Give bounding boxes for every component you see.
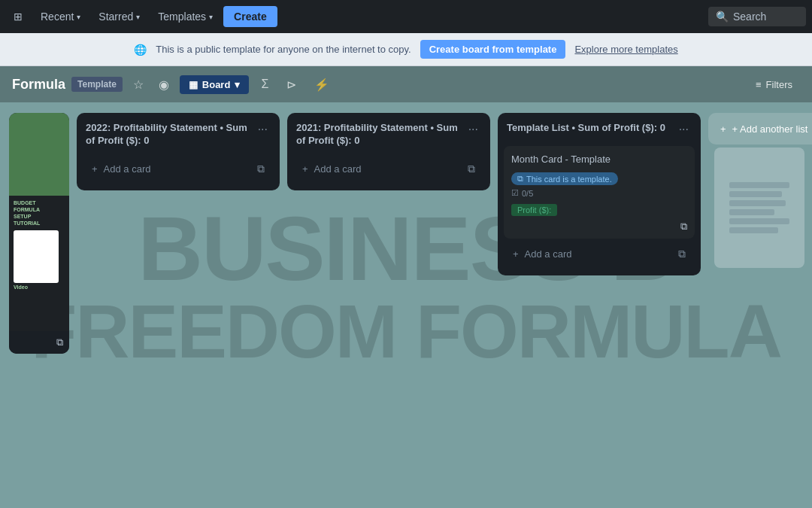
nav-home[interactable]: ⊞ [6,6,30,27]
plus-icon-3: + [513,248,519,260]
add-card-button-3[interactable]: + Add a card ⧉ [504,242,695,266]
templates-label: Templates [158,11,206,23]
add-card-button-2[interactable]: + Add a card ⧉ [293,157,484,181]
card-copy-icon[interactable]: ⧉ [680,221,687,233]
board-view-chevron-icon: ▾ [235,79,240,90]
visibility-icon[interactable]: ◉ [154,75,174,95]
list-header-1: 2022: Profitability Statement • Sum of P… [77,113,280,154]
list-menu-button-3[interactable]: ··· [676,122,692,137]
starred-label: Starred [98,11,133,23]
filters-label: Filters [766,79,792,90]
thumb-line-5: Video [14,284,28,290]
thumb-line-4: TUTORIAL [14,221,40,226]
card-title: Month Card - Template [511,154,687,165]
thumbnail-footer: ⧉ [9,331,69,354]
card-footer: ⧉ [511,221,687,233]
checklist-count: 0/5 [522,189,533,198]
thumbnail-card: BUDGET FORMULA SETUP TUTORIAL Video ⧉ [9,113,69,354]
starred-chevron-icon: ▾ [136,13,140,21]
list-menu-button-2[interactable]: ··· [465,122,481,137]
sigma-icon[interactable]: Σ [255,75,274,94]
list-title-3: Template List • Sum of Profit ($): 0 [507,122,673,135]
board-view-label: Board [202,79,231,90]
add-card-button-1[interactable]: + Add a card ⧉ [83,157,274,181]
add-list-button[interactable]: + + Add another list [708,113,812,144]
add-list-label: + Add another list [732,123,808,135]
home-icon: ⊞ [14,11,23,23]
create-button[interactable]: Create [223,6,277,27]
thumb-line-2: FORMULA [14,207,40,212]
nav-starred[interactable]: Starred ▾ [91,6,147,27]
thumbnail-white-card [14,230,59,283]
add-list-plus-icon: + [720,123,726,135]
list-header-3: Template List • Sum of Profit ($): 0 ··· [498,113,701,143]
template-badge: Template [71,77,123,92]
star-icon[interactable]: ☆ [129,75,148,95]
filter-lines-icon: ≡ [756,79,762,90]
templates-chevron-icon: ▾ [209,13,213,21]
card-month-template[interactable]: Month Card - Template ⧉ This card is a t… [504,146,695,239]
thumb-line-1: BUDGET [14,200,36,205]
add-card-label-2: Add a card [314,163,362,175]
plus-icon-1: + [92,163,98,175]
thumb-line-3: SETUP [14,214,31,219]
explore-more-templates-link[interactable]: Explore more templates [574,44,677,55]
template-banner: 🌐 This is a public template for anyone o… [0,33,812,66]
nav-recent[interactable]: Recent ▾ [33,6,88,27]
copy-template-icon-1[interactable]: ⧉ [257,163,265,175]
board-view-icon: ▦ [189,79,198,90]
copy-template-icon-3[interactable]: ⧉ [678,248,686,260]
send-icon[interactable]: ⊳ [280,75,302,95]
recent-label: Recent [41,11,74,23]
board-title: Formula [12,77,65,93]
nav-templates[interactable]: Templates ▾ [150,6,220,27]
list-column-3: Template List • Sum of Profit ($): 0 ···… [498,113,701,275]
recent-chevron-icon: ▾ [77,13,80,21]
copy-template-icon-2[interactable]: ⧉ [468,163,475,175]
board-header: Formula Template ☆ ◉ ▦ Board ▾ Σ ⊳ ⚡ ≡ F… [0,66,812,102]
add-card-label-1: Add a card [104,163,151,175]
columns-area: BUDGET FORMULA SETUP TUTORIAL Video ⧉ 20… [0,102,812,364]
search-box[interactable]: 🔍 Search [708,7,806,26]
board-view-button[interactable]: ▦ Board ▾ [180,75,250,94]
board-body: BUSINESS B FREEDOM FORMULA BUDGET FORMUL… [0,102,812,469]
copy-icon[interactable]: ⧉ [56,336,63,348]
list-menu-button-1[interactable]: ··· [255,122,271,137]
checklist-icon: ☑ [511,188,519,198]
list-header-2: 2021: Profitability Statement • Sum of P… [287,113,490,154]
checklist-row: ☑ 0/5 [511,188,687,198]
thumbnail-green-section [9,113,69,196]
search-label: Search [733,11,766,23]
thumbnail-preview: BUDGET FORMULA SETUP TUTORIAL Video [9,196,69,331]
create-board-from-template-button[interactable]: Create board from template [420,40,566,59]
template-tag: ⧉ This card is a template. [511,172,618,185]
template-tag-label: This card is a template. [526,175,612,184]
search-icon: 🔍 [716,11,729,23]
list-title-2: 2021: Profitability Statement • Sum of P… [296,122,462,148]
bolt-icon[interactable]: ⚡ [308,75,335,95]
list-column-2: 2021: Profitability Statement • Sum of P… [287,113,490,190]
list-column-1: 2022: Profitability Statement • Sum of P… [77,113,280,190]
globe-icon: 🌐 [134,44,147,56]
plus-icon-2: + [302,163,308,175]
profit-label-tag: Profit ($): [511,204,557,216]
add-card-label-3: Add a card [525,248,572,260]
filters-button[interactable]: ≡ Filters [748,75,800,94]
top-navigation: ⊞ Recent ▾ Starred ▾ Templates ▾ Create … [0,0,812,33]
banner-message: This is a public template for anyone on … [156,44,411,55]
template-tag-icon: ⧉ [517,174,523,184]
list-title-1: 2022: Profitability Statement • Sum of P… [86,122,252,148]
